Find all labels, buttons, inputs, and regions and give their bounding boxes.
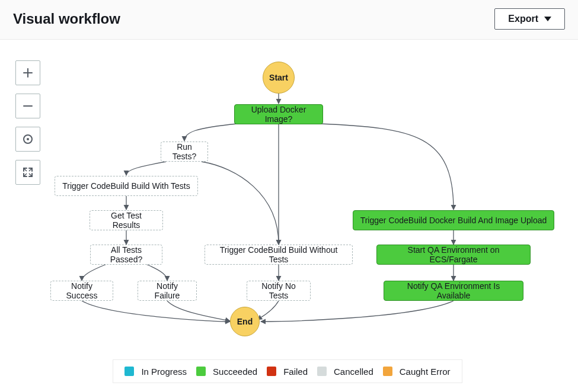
- node-label: All Tests Passed?: [97, 245, 156, 264]
- node-trigger-docker-build[interactable]: Trigger CodeBuild Docker Build And Image…: [353, 210, 554, 230]
- node-label: Trigger CodeBuild Build Without Tests: [211, 245, 346, 264]
- page-title: Visual workflow: [13, 11, 120, 27]
- legend-item-cancelled: Cancelled: [317, 367, 373, 377]
- legend-label: Caught Error: [400, 367, 451, 377]
- legend-label: In Progress: [141, 367, 187, 377]
- node-label: Get Test Results: [96, 211, 157, 230]
- header: Visual workflow Export: [0, 0, 578, 40]
- node-label: Trigger CodeBuild Docker Build And Image…: [360, 216, 547, 225]
- workflow-canvas[interactable]: Start Upload Docker Image? Run Tests? Tr…: [0, 46, 578, 392]
- legend-item-succeeded: Succeeded: [196, 367, 257, 377]
- node-label: Notify Success: [57, 281, 107, 300]
- node-get-test-results[interactable]: Get Test Results: [90, 210, 163, 230]
- legend-item-in-progress: In Progress: [124, 367, 187, 377]
- node-notify-no-tests[interactable]: Notify No Tests: [247, 281, 311, 301]
- legend-swatch: [317, 367, 327, 376]
- node-notify-success[interactable]: Notify Success: [50, 281, 113, 301]
- status-legend: In Progress Succeeded Failed Cancelled C…: [113, 359, 462, 383]
- node-run-tests[interactable]: Run Tests?: [161, 142, 208, 162]
- legend-label: Cancelled: [334, 367, 373, 377]
- node-start-qa-env[interactable]: Start QA Environment on ECS/Fargate: [376, 245, 531, 265]
- legend-item-caught-error: Caught Error: [383, 367, 451, 377]
- node-label: Run Tests?: [167, 142, 202, 161]
- export-button[interactable]: Export: [494, 8, 565, 30]
- node-start[interactable]: Start: [263, 62, 295, 94]
- node-label: Upload Docker Image?: [241, 105, 317, 124]
- legend-swatch: [124, 367, 134, 376]
- legend-label: Failed: [283, 367, 308, 377]
- export-button-label: Export: [508, 14, 538, 24]
- chevron-down-icon: [544, 17, 551, 21]
- node-label: Start: [269, 73, 288, 82]
- node-notify-failure[interactable]: Notify Failure: [138, 281, 197, 301]
- node-label: Notify QA Environment Is Available: [390, 281, 517, 300]
- legend-label: Succeeded: [213, 367, 257, 377]
- node-end[interactable]: End: [230, 307, 260, 336]
- legend-swatch: [196, 367, 206, 376]
- legend-item-failed: Failed: [267, 367, 308, 377]
- node-label: Notify Failure: [144, 281, 190, 300]
- legend-swatch: [383, 367, 392, 376]
- node-label: Trigger CodeBuild Build With Tests: [62, 181, 190, 191]
- node-trigger-with-tests[interactable]: Trigger CodeBuild Build With Tests: [55, 176, 198, 196]
- node-all-tests-passed[interactable]: All Tests Passed?: [90, 245, 162, 265]
- node-label: End: [237, 317, 253, 326]
- node-label: Notify No Tests: [253, 281, 304, 300]
- node-notify-qa-available[interactable]: Notify QA Environment Is Available: [384, 281, 523, 301]
- node-label: Start QA Environment on ECS/Fargate: [383, 245, 524, 264]
- node-upload-docker[interactable]: Upload Docker Image?: [234, 104, 323, 124]
- legend-swatch: [267, 367, 276, 376]
- node-trigger-without-tests[interactable]: Trigger CodeBuild Build Without Tests: [205, 245, 353, 265]
